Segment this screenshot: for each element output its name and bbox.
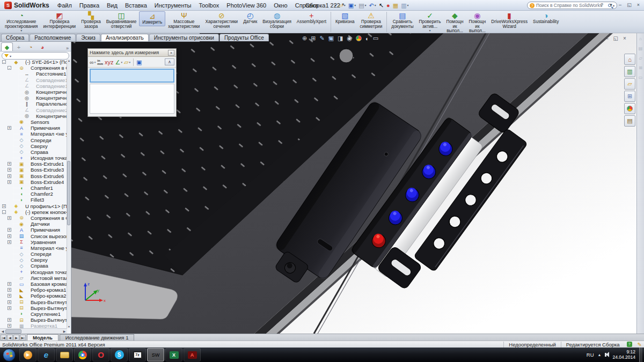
dropdown-caret-icon[interactable]: ▾ <box>375 3 376 7</box>
tree-item[interactable]: ◗Скругление1 <box>0 311 67 317</box>
tree-item[interactable]: ◖Chamfer2 <box>0 191 67 197</box>
appearances-button[interactable] <box>624 103 635 114</box>
tab-nav-button[interactable]: ▶| <box>20 335 26 341</box>
taskbar-skype-button[interactable]: S <box>111 348 128 361</box>
tab-nav-button[interactable]: |◀ <box>1 335 6 341</box>
tab-продукты-office[interactable]: Продукты Office <box>219 34 269 41</box>
propertymanager-tab[interactable]: + <box>13 42 25 51</box>
tree-item[interactable]: ≡Материал <не указан> <box>0 131 67 137</box>
library-strip-icon[interactable]: ▤ <box>639 46 643 51</box>
task-pane-strip[interactable]: ⌂▤▱⊞▭ <box>636 33 644 334</box>
menu-item[interactable]: Правка <box>76 1 103 10</box>
menu-item[interactable]: Вставка <box>121 1 151 10</box>
explorer-strip-icon[interactable]: ▱ <box>639 56 642 61</box>
displaymanager-tab[interactable]: ◕ <box>36 42 48 51</box>
help-caret-button[interactable]: ▾ <box>608 2 614 9</box>
panel-tab-overflow-icon[interactable]: » <box>66 46 71 51</box>
display-style-icon[interactable]: ◨ <box>338 35 343 42</box>
tree-expander[interactable]: + <box>8 288 11 292</box>
ribbon-массовые-button[interactable]: ΨМассовые характеристики <box>165 11 202 29</box>
tree-expander[interactable]: - <box>8 66 11 70</box>
taskbar-7zip-button[interactable]: 7z <box>129 348 146 361</box>
measure-close-button[interactable]: × <box>168 50 174 56</box>
tree-expander[interactable]: + <box>8 126 11 130</box>
tree-item[interactable]: ◎Концентричный7 (к <box>0 113 67 119</box>
menu-item[interactable]: Файл <box>54 1 76 10</box>
menu-item[interactable]: Toolbox <box>195 1 223 10</box>
start-button[interactable] <box>3 349 16 361</box>
menu-item[interactable]: Инструменты <box>151 1 195 10</box>
tree-item[interactable]: ◇Сверху <box>0 257 67 263</box>
tree-expander[interactable]: + <box>8 324 11 328</box>
bottom-tab-модель[interactable]: Модель <box>27 334 58 341</box>
tree-expander[interactable]: + <box>8 228 11 232</box>
taskbar-opera-button[interactable]: O <box>92 348 109 361</box>
scroll-left-icon[interactable]: ◀ <box>0 329 5 333</box>
taskbar-adobe-button[interactable]: A <box>184 348 201 361</box>
rebuild-button[interactable]: ● <box>385 2 391 9</box>
ribbon-проверка-button[interactable]: ⚠Проверка симметрии <box>357 11 385 29</box>
scroll-up-icon[interactable]: ▲ <box>67 59 71 62</box>
tree-item[interactable]: ◖Chamfer1 <box>0 185 67 191</box>
bottom-tab-исследование-движения-1[interactable]: Исследование движения 1 <box>60 334 135 341</box>
dropdown-caret-icon[interactable]: ▾ <box>94 61 96 64</box>
scroll-right-icon[interactable]: ▶ <box>62 329 67 333</box>
tree-item[interactable]: +▣Boss-Extrude1 <box>0 161 67 167</box>
ribbon-sustainability-button[interactable]: ◑Sustainability <box>530 11 561 25</box>
tree-item[interactable]: -◆(-) SYE-26<1> (По умолча <box>0 59 67 65</box>
tree-item[interactable]: +⊚Сопряжения в Сборка1 <box>0 215 67 221</box>
help-button[interactable]: ? <box>598 2 605 9</box>
section-view-icon[interactable]: ✎ <box>319 35 324 42</box>
tree-expander[interactable]: + <box>8 318 11 322</box>
scene-icon[interactable]: ◐ <box>365 35 369 42</box>
tree-expander[interactable]: + <box>8 306 11 310</box>
dropdown-caret-icon[interactable]: ▾ <box>20 29 22 32</box>
tree-item[interactable]: +◣Ребро-кромка2 <box>0 293 67 299</box>
props-strip-icon[interactable]: ▭ <box>639 75 643 80</box>
tree-item[interactable]: +▦Развертка1 <box>0 323 67 328</box>
featuremanager-tree-tab[interactable]: ◆ <box>1 42 13 51</box>
tree-expander[interactable]: + <box>8 216 11 220</box>
ribbon-проверка-button[interactable]: ◩Проверка интерференции <box>41 11 79 29</box>
filter-funnel-icon[interactable] <box>4 54 9 57</box>
tree-item[interactable]: +AПримечания <box>0 125 67 131</box>
ribbon-driveworksxpress-button[interactable]: ▮DriveWorksXpress Wizard <box>488 11 530 29</box>
solidworks-resources-button[interactable]: ⌂ <box>624 54 635 65</box>
tree-expander[interactable]: + <box>8 168 11 172</box>
options-button[interactable]: ▦ <box>392 2 399 9</box>
taskbar-chrome-button[interactable] <box>74 348 91 361</box>
restore-button[interactable]: ◱ <box>626 2 633 9</box>
tree-expander[interactable]: + <box>8 162 11 166</box>
search-input[interactable]: Поиск в Справке по SolidWorks <box>536 3 606 8</box>
tree-item[interactable]: +▤Список вырезов(1) <box>0 233 67 239</box>
ribbon-сравнить-button[interactable]: ▤Сравнить документы <box>389 11 416 29</box>
view-palette-button[interactable]: ⊞ <box>624 91 635 102</box>
taskbar-solidworks-button[interactable]: SW <box>147 348 164 361</box>
ribbon-проверка-button[interactable]: ▚Проверка зазора <box>78 11 104 29</box>
resources-strip-icon[interactable]: ⌂ <box>639 36 642 41</box>
tree-expander[interactable]: + <box>8 180 11 184</box>
measure-collapse-button[interactable]: ∧ <box>165 58 174 65</box>
tree-item[interactable]: ◇Справа <box>0 149 67 155</box>
tree-item[interactable]: +ΣУравнения <box>0 239 67 245</box>
tab-эскиз[interactable]: Эскиз <box>76 34 100 41</box>
measure-selection-field[interactable] <box>90 69 174 83</box>
quick-tip-icon[interactable]: ? <box>627 342 632 347</box>
ribbon-визуализация-button[interactable]: ◍Визуализация сборки <box>260 11 294 29</box>
window-layout-button[interactable]: ▥▾ <box>400 2 409 9</box>
scroll-thumb[interactable] <box>67 161 70 225</box>
tree-item[interactable]: ≡Материал <не указан> <box>0 245 67 251</box>
scroll-down-icon[interactable]: ▼ <box>67 325 71 328</box>
taskbar-wmp-button[interactable]: ▶ <box>19 348 36 361</box>
tree-filter-box[interactable]: ▾ <box>2 52 69 60</box>
tree-expander[interactable]: + <box>8 234 11 238</box>
doc-minimize-button[interactable]: – <box>605 35 609 41</box>
tree-item[interactable]: +▭Базовая кромка1 <box>0 281 67 287</box>
ribbon-датчик-button[interactable]: ◴Датчик <box>240 11 260 25</box>
xyz-measure-button[interactable]: xyz <box>105 58 114 66</box>
tree-item[interactable]: +▣Boss-Extrude3 <box>0 167 67 173</box>
doc-restore-button[interactable]: ◱ <box>613 35 618 41</box>
language-indicator[interactable]: RU <box>587 352 594 358</box>
volume-icon[interactable] <box>605 353 606 357</box>
tab-инструменты-отрисовки[interactable]: Инструменты отрисовки <box>149 34 219 41</box>
